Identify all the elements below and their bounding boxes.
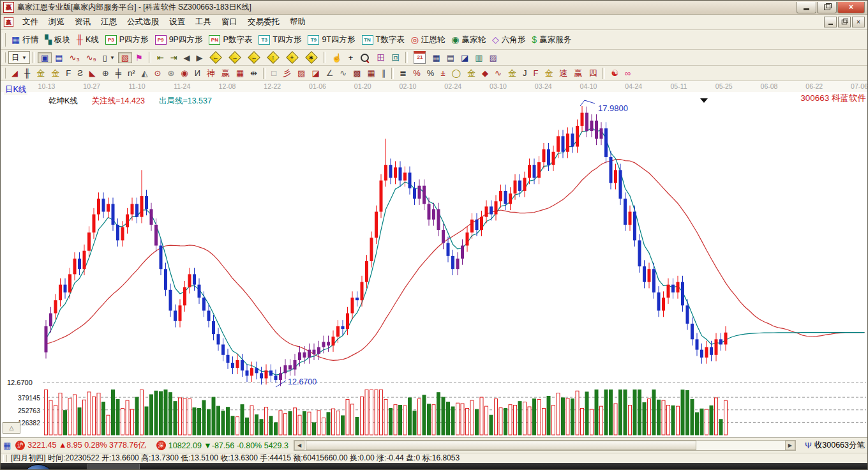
- draw-tool-1[interactable]: ◢: [8, 68, 21, 79]
- draw-tool-9[interactable]: ╪: [112, 68, 124, 79]
- chart-area[interactable]: 日K线 乾坤K线 关注线=14.423 出局线=13.537 300663 科蓝…: [1, 92, 868, 437]
- draw-tool-14[interactable]: ◉: [177, 68, 191, 79]
- shift-right-button[interactable]: →: [225, 50, 244, 65]
- draw-tool-27[interactable]: ▩: [350, 68, 364, 79]
- go-last-button[interactable]: ⇥: [167, 52, 181, 63]
- menu-6[interactable]: 设置: [164, 15, 190, 29]
- volume-pane-toggle-button[interactable]: △: [3, 422, 20, 434]
- p-square-button[interactable]: P3P四方形: [102, 33, 152, 47]
- scroll-right-arrow[interactable]: ▶: [785, 441, 795, 450]
- draw-tool-42[interactable]: 金: [541, 68, 556, 79]
- go-first-button[interactable]: ⇤: [154, 52, 167, 63]
- draw-tool-40[interactable]: J: [520, 68, 530, 79]
- draw-tool-36[interactable]: 金: [464, 68, 479, 79]
- draw-tool-43[interactable]: 速: [556, 68, 571, 79]
- fit-view-button[interactable]: ∗: [302, 50, 321, 65]
- draw-tool-32[interactable]: %: [410, 68, 424, 79]
- taskbar-app-button[interactable]: [87, 464, 140, 470]
- t-numtable-button[interactable]: TNT数字表: [359, 33, 408, 47]
- draw-tool-35[interactable]: ◯: [449, 68, 465, 79]
- draw-tool-16[interactable]: 神: [204, 68, 218, 79]
- minimize-button[interactable]: [797, 2, 816, 13]
- print-button[interactable]: ▨: [486, 52, 500, 63]
- draw-tool-11[interactable]: ◭: [138, 68, 151, 79]
- winner-wheel-button[interactable]: ◉赢家轮: [448, 33, 489, 47]
- zoom-all-button[interactable]: +: [283, 50, 302, 65]
- draw-tool-24[interactable]: ◪: [308, 68, 322, 79]
- shift-left-button[interactable]: ←: [206, 50, 225, 65]
- expand-vertical-button[interactable]: ↕: [264, 50, 283, 65]
- wave3-button[interactable]: ∿₃: [66, 52, 83, 63]
- candle-style-button[interactable]: ▯▼: [100, 52, 118, 63]
- menu-10[interactable]: 帮助: [285, 15, 311, 29]
- chart-horizontal-scrollbar[interactable]: ◀ ▶: [294, 440, 796, 451]
- start-orb-icon[interactable]: [21, 464, 56, 470]
- wave9-button[interactable]: ∿₉: [83, 52, 100, 63]
- draw-tool-15[interactable]: И: [191, 68, 204, 79]
- draw-tool-38[interactable]: ∿: [491, 68, 505, 79]
- draw-tool-4[interactable]: 金: [48, 68, 63, 79]
- step-forward-button[interactable]: ▶: [193, 52, 206, 63]
- gann-wheel-button[interactable]: ◎江恩轮: [408, 33, 449, 47]
- export-button[interactable]: ▥: [472, 52, 486, 63]
- draw-tool-33[interactable]: %: [424, 68, 438, 79]
- calendar-button[interactable]: 21: [410, 50, 429, 65]
- menu-5[interactable]: 公式选股: [122, 15, 164, 29]
- menu-2[interactable]: 浏览: [43, 15, 70, 29]
- draw-tool-39[interactable]: 金: [505, 68, 520, 79]
- draw-tool-31[interactable]: ≣: [396, 68, 410, 79]
- draw-tool-26[interactable]: ∿: [336, 68, 350, 79]
- info-doc-button[interactable]: ▤: [52, 52, 66, 63]
- draw-tool-18[interactable]: ▦: [233, 68, 247, 79]
- grid-teal-button[interactable]: 回: [388, 52, 403, 63]
- draw-tool-21[interactable]: □: [268, 68, 280, 79]
- magnifier-tool-button[interactable]: [356, 51, 373, 64]
- p-numtable-button[interactable]: PNP数字表: [206, 33, 255, 47]
- hexagon-button[interactable]: ◇六角形: [489, 33, 528, 47]
- draw-tool-3[interactable]: 金: [33, 68, 48, 79]
- draw-tool-5[interactable]: F: [63, 68, 74, 79]
- menu-8[interactable]: 窗口: [216, 15, 243, 29]
- expand-horizontal-button[interactable]: ↔: [244, 50, 264, 65]
- draw-tool-25[interactable]: ∠: [323, 68, 337, 79]
- window-style-button[interactable]: ▣: [38, 52, 52, 63]
- restore-button[interactable]: [817, 2, 837, 13]
- child-close-button[interactable]: ×: [852, 17, 865, 27]
- kline-chart[interactable]: 12.670037914525276312638212.670017.9800: [1, 92, 868, 437]
- draw-tool-37[interactable]: ◆: [479, 68, 491, 79]
- t-square-button[interactable]: T3T四方形: [255, 33, 304, 47]
- scroll-left-arrow[interactable]: ◀: [294, 441, 304, 450]
- t9-square-button[interactable]: T99T四方形: [304, 33, 358, 47]
- draw-tool-12[interactable]: ⊙: [151, 68, 165, 79]
- draw-tool-29[interactable]: ∥: [378, 68, 389, 79]
- menu-7[interactable]: 工具: [190, 15, 216, 29]
- sectors-button[interactable]: ▚板块: [41, 33, 73, 47]
- draw-tool-8[interactable]: ⊕: [99, 68, 112, 79]
- draw-tool-13[interactable]: ⊛: [164, 68, 177, 79]
- calculator-button[interactable]: ▦: [429, 52, 443, 63]
- kline-button[interactable]: ╫K线: [73, 33, 102, 47]
- draw-tool-34[interactable]: ±: [437, 68, 448, 79]
- market-table-icon[interactable]: ▦: [3, 441, 11, 450]
- draw-tool-41[interactable]: F: [530, 68, 541, 79]
- yinyang-button[interactable]: ☯: [608, 68, 622, 79]
- draw-tool-19[interactable]: ⇹: [247, 68, 260, 79]
- child-restore-button[interactable]: [838, 17, 851, 27]
- save-button[interactable]: ◪: [458, 52, 472, 63]
- draw-tool-44[interactable]: 赢: [571, 68, 585, 79]
- notes-button[interactable]: ▤: [444, 52, 458, 63]
- infinity-button[interactable]: ∞: [622, 68, 634, 79]
- draw-tool-28[interactable]: ▦: [364, 68, 378, 79]
- quotes-button[interactable]: ▦行情: [8, 33, 41, 47]
- period-day-button[interactable]: 日▼: [8, 51, 30, 64]
- child-minimize-button[interactable]: [824, 17, 837, 27]
- draw-tool-7[interactable]: ◣: [86, 68, 99, 79]
- p9-square-button[interactable]: P99P四方形: [152, 33, 206, 47]
- winner-service-button[interactable]: $赢家服务: [528, 33, 574, 47]
- menu-1[interactable]: 文件: [17, 15, 43, 29]
- draw-tool-17[interactable]: 赢: [218, 68, 233, 79]
- step-back-button[interactable]: ◀: [181, 52, 193, 63]
- scrollbar-thumb[interactable]: [306, 441, 696, 450]
- pattern-button[interactable]: ▧: [118, 52, 132, 63]
- menu-9[interactable]: 交易委托: [243, 15, 285, 29]
